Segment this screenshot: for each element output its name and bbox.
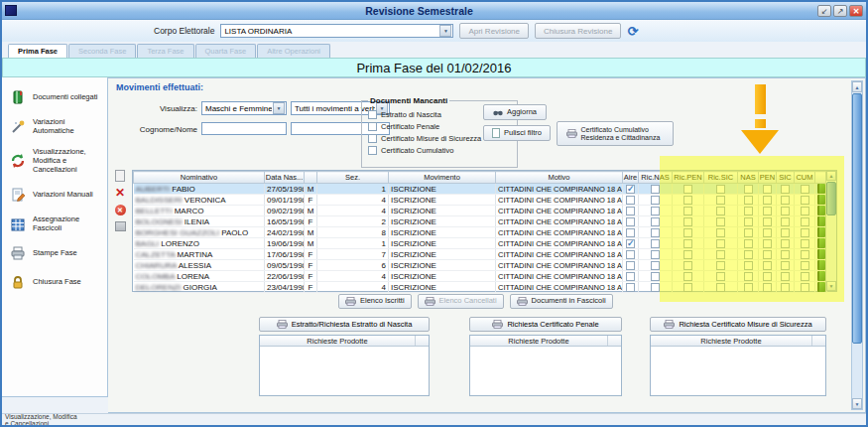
checkbox-sic[interactable] [781,261,790,270]
sidebar-item-assegnazione-fascicoli[interactable]: Assegnazione Fascicoli [2,215,107,232]
chevron-down-icon[interactable]: ▼ [439,25,451,37]
checkbox-cum[interactable] [801,207,809,215]
tab-seconda-fase[interactable]: Seconda Fase [68,44,136,58]
column-header-cum[interactable]: CUM [795,172,815,184]
scroll-down-icon[interactable]: ▼ [852,398,862,409]
checkbox-sic[interactable] [781,283,790,292]
column-header-ric-nas[interactable]: Ric.NAS [639,172,673,184]
checkbox-sic[interactable] [781,228,790,237]
tab-terza-fase[interactable]: Terza Fase [137,44,193,58]
scroll-up-icon[interactable]: ▲ [826,171,836,181]
checkbox-ric-nas[interactable] [651,250,660,259]
checkbox-ric-sic[interactable] [716,239,725,248]
checkbox-cum[interactable] [801,272,809,281]
checkbox-ric-sic[interactable] [716,185,725,194]
apri-revisione-button[interactable]: Apri Revisione [459,23,529,39]
column-header-blank[interactable] [305,172,317,184]
elenco-iscritti-button[interactable]: Elenco Iscritti [338,294,412,309]
checkbox-ric-nas[interactable] [651,283,660,292]
linked-document-icon[interactable] [817,238,825,248]
checkbox-certificato-cumulativo[interactable]: Certificato Cumulativo [368,146,511,155]
table-row[interactable]: BELLETTI MARCO09/02/1998M4ISCRIZIONECITT… [134,206,827,216]
checkbox-pen[interactable] [763,261,772,270]
checkbox-cum[interactable] [801,185,809,194]
checkbox-ric-nas[interactable] [651,185,660,194]
table-row[interactable]: BORGHESI GUAZZOLI PAOLO24/02/1998M8ISCRI… [134,227,827,238]
richiesta-certificato-misure-di-sicurezza-button[interactable]: Richiesta Certificato Misure di Sicurezz… [650,317,826,332]
checkbox-box[interactable] [368,134,377,143]
checkbox-ric-sic[interactable] [716,250,725,259]
minimize-button[interactable]: ↙ [817,5,831,17]
checkbox-pen[interactable] [763,196,772,205]
column-header-ric-pen[interactable]: Ric.PEN [673,172,704,184]
elenco-cancellati-button[interactable]: Elenco Cancellati [418,294,504,309]
table-row[interactable]: CHIARURA ALESSIA09/05/1998F6ISCRIZIONECI… [134,260,827,271]
documenti-in-fascicoli-button[interactable]: Documenti in Fascicoli [510,294,613,309]
checkbox-ric-sic[interactable] [716,283,725,292]
richieste-prodotte-list[interactable]: Richieste Prodotte [469,335,622,396]
checkbox-aire[interactable] [626,217,635,226]
sidebar-item-variazioni-automatiche[interactable]: Variazioni Automatiche [2,118,107,135]
checkbox-pen[interactable] [763,185,772,194]
grid-scrollbar[interactable]: ▲ ▼ [825,171,836,291]
table-row[interactable]: DELORENZI GIORGIA23/04/1998F4ISCRIZIONEC… [134,282,827,293]
linked-document-icon[interactable] [817,271,825,281]
column-header-movimento[interactable]: Movimento [389,172,496,184]
checkbox-box[interactable] [368,122,377,131]
checkbox-nas[interactable] [744,185,753,194]
linked-document-icon[interactable] [817,249,825,259]
checkbox-sic[interactable] [781,239,790,248]
checkbox-aire[interactable] [626,196,635,205]
table-row[interactable]: BOLOGNESI ILENIA16/05/1998F2ISCRIZIONECI… [134,216,827,227]
checkbox-nas[interactable] [744,272,753,281]
checkbox-box[interactable] [368,110,377,119]
checkbox-ric-nas[interactable] [651,228,660,237]
checkbox-ric-pen[interactable] [683,185,692,194]
cognome-input[interactable] [201,122,287,135]
visualizza-select[interactable]: Maschi e Femmine ▼ [201,101,287,115]
chevron-down-icon[interactable]: ▼ [273,102,285,114]
checkbox-sic[interactable] [781,272,790,281]
checkbox-cum[interactable] [801,283,809,292]
checkbox-sic[interactable] [781,217,790,226]
checkbox-ric-sic[interactable] [716,228,725,237]
column-header-nominativo[interactable]: Nominativo [134,172,265,184]
checkbox-nas[interactable] [744,196,753,205]
grid-scroll-thumb[interactable] [826,182,836,215]
column-header-nas[interactable]: NAS [738,172,759,184]
checkbox-sic[interactable] [781,250,790,259]
cancel-icon[interactable]: ✕ [115,205,126,215]
checkbox-nas[interactable] [744,217,753,226]
checkbox-sic[interactable] [781,185,790,194]
checkbox-ric-pen[interactable] [683,207,692,215]
checkbox-pen[interactable] [763,283,772,292]
richiesta-certificato-penale-button[interactable]: Richiesta Certificato Penale [469,317,622,332]
checkbox-nas[interactable] [744,250,753,259]
column-header-data-nas[interactable]: Data Nas... [265,172,305,184]
column-header-aire[interactable]: Aire [623,172,639,184]
table-row[interactable]: BALDISSERI VERONICA09/01/1998F4ISCRIZION… [134,195,827,206]
checkbox-nas[interactable] [744,283,753,292]
checkbox-ric-sic[interactable] [716,217,725,226]
checkbox-nas[interactable] [744,261,753,270]
checkbox-aire[interactable] [626,250,635,259]
linked-document-icon[interactable] [817,227,825,237]
checkbox-aire[interactable] [626,239,635,248]
checkbox-sic[interactable] [781,207,790,215]
column-header-sez[interactable]: Sez. [317,172,389,184]
close-button[interactable]: ✕ [849,5,863,17]
checkbox-ric-nas[interactable] [651,261,660,270]
checkbox-aire[interactable] [626,283,635,292]
table-row[interactable]: COLOMBA LORENA22/06/1998F4ISCRIZIONECITT… [134,271,827,282]
scroll-down-icon[interactable]: ▼ [826,281,836,291]
checkbox-box[interactable] [368,146,377,155]
checkbox-ric-nas[interactable] [651,207,660,215]
checkbox-ric-pen[interactable] [683,272,692,281]
linked-document-icon[interactable] [817,195,825,205]
checkbox-aire[interactable] [626,207,635,215]
checkbox-aire[interactable] [626,272,635,281]
delete-icon[interactable]: ✕ [115,188,125,199]
checkbox-ric-sic[interactable] [716,207,725,215]
checkbox-pen[interactable] [763,207,772,215]
sidebar-item-visualizzazione-modifica-e-cancellazioni[interactable]: Visualizzazione, Modifica e Cancellazion… [2,148,107,174]
